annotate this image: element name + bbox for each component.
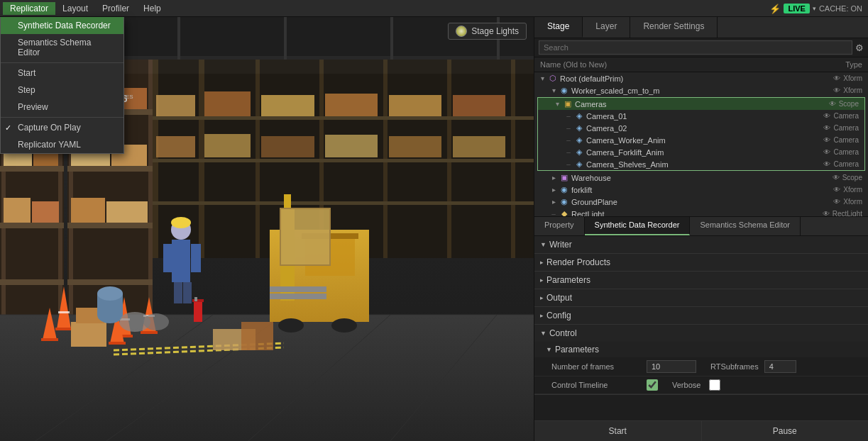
search-bar: ⚙ [534,38,868,57]
tree-eye-worker[interactable]: 👁 [833,86,843,94]
tree-icon-rectlight: ◆ [559,209,570,216]
svg-rect-53 [261,95,314,116]
filter-icon[interactable]: ⚙ [855,43,864,53]
tree-item-camera02[interactable]: – ◈ Camera_02 👁 Camera [538,122,864,134]
tab-semantics-schema-editor[interactable]: Semantics Schema Editor [690,217,801,235]
menu-layout[interactable]: Layout [55,2,95,15]
tree-icon-camera-shelves: ◈ [573,160,585,169]
dropdown-replicator-yaml[interactable]: Replicator YAML [1,136,123,153]
tree-item-forklift[interactable]: ▸ ◉ forklift 👁 Xform [534,184,868,196]
tree-expand-camera01[interactable]: – [564,112,573,120]
top-tabs: Stage Layer Render Settings [534,17,868,38]
start-button[interactable]: Start [534,421,702,441]
tree-expand-warehouse[interactable]: ▸ [549,174,559,182]
writer-title: Writer [549,240,572,250]
prop-section-header-parameters[interactable]: ▸ Parameters [534,272,868,289]
tree-expand-worker[interactable]: ▾ [549,86,559,94]
dropdown-start[interactable]: Start [1,65,123,82]
tree-item-groundplane[interactable]: ▸ ◉ GroundPlane 👁 Xform [534,196,868,208]
tree-eye-camera01[interactable]: 👁 [823,112,833,120]
prop-section-header-render-products[interactable]: ▸ Render Products [534,254,868,271]
tab-render-settings[interactable]: Render Settings [630,17,718,38]
svg-rect-51 [156,95,195,116]
prop-section-header-output[interactable]: ▸ Output [534,289,868,306]
tree-item-cameras[interactable]: ▾ ▣ Cameras 👁 Scope [538,98,864,110]
tree-item-camera01[interactable]: – ◈ Camera_01 👁 Camera [538,110,864,122]
tree-label-groundplane: GroundPlane [570,198,833,206]
tree-eye-rectlight[interactable]: 👁 [823,210,833,216]
tree-expand-cameras[interactable]: ▾ [552,100,562,108]
tree-expand-camera-worker[interactable]: – [564,136,573,144]
tree-expand-camera-shelves[interactable]: – [564,160,573,168]
tree-icon-root: ⬡ [547,74,559,83]
svg-rect-48 [153,116,534,120]
dropdown-divider-2 [1,117,123,118]
tree-header: Name (Old to New) Type [534,57,868,72]
tree-item-rectlight[interactable]: – ◆ RectLight 👁 RectLight [534,208,868,216]
prop-section-writer: ▼ Writer [534,236,868,254]
scene-tree[interactable]: Name (Old to New) Type ▾ ⬡ Root (default… [534,57,868,216]
control-params-subheader[interactable]: ▼ Parameters [534,342,868,357]
dropdown-preview[interactable]: Preview [1,99,123,116]
prop-section-header-config[interactable]: ▸ Config [534,307,868,324]
dropdown-label: Preview [18,102,48,112]
tree-eye-cameras[interactable]: 👁 [829,100,839,108]
menu-replicator[interactable]: Replicator [3,2,55,15]
prop-section-header-control[interactable]: ▼ Control [534,325,868,342]
menu-profiler[interactable]: Profiler [95,2,136,15]
svg-rect-56 [453,95,505,116]
svg-rect-55 [389,95,441,116]
control-timeline-checkbox[interactable] [647,379,658,391]
menu-help[interactable]: Help [136,2,168,15]
svg-rect-13 [0,223,64,228]
tree-eye-camera-worker[interactable]: 👁 [823,136,833,144]
tree-eye-camera-shelves[interactable]: 👁 [823,160,833,168]
dropdown-label: Synthetic Data Recorder [18,21,111,30]
rtsubframes-input[interactable] [764,360,796,373]
tree-eye-root[interactable]: 👁 [833,74,843,82]
svg-rect-82 [163,244,173,272]
replicator-dropdown: Synthetic Data Recorder Semantics Schema… [0,17,124,154]
tree-eye-camera-forklift[interactable]: 👁 [823,148,833,156]
tree-expand-camera-forklift[interactable]: – [564,148,573,156]
tree-item-worker[interactable]: ▾ ◉ Worker_scaled_cm_to_m 👁 Xform [534,84,868,96]
dropdown-step[interactable]: Step [1,82,123,99]
prop-section-header-writer[interactable]: ▼ Writer [534,236,868,253]
tree-item-root[interactable]: ▾ ⬡ Root (defaultPrim) 👁 Xform [534,72,868,84]
dropdown-semantics-schema-editor[interactable]: Semantics Schema Editor [1,34,123,61]
tab-synthetic-data-recorder[interactable]: Synthetic Data Recorder [585,217,691,235]
verbose-checkbox[interactable] [709,379,720,391]
live-dropdown-arrow[interactable]: ▾ [813,5,816,12]
tree-item-camera-worker[interactable]: – ◈ Camera_Worker_Anim 👁 Camera [538,134,864,146]
prop-section-render-products: ▸ Render Products [534,254,868,272]
svg-rect-73 [270,294,326,299]
tree-eye-warehouse[interactable]: 👁 [833,174,842,182]
tree-eye-camera02[interactable]: 👁 [823,124,833,132]
live-badge[interactable]: LIVE [784,4,809,13]
tree-expand-rectlight[interactable]: – [549,210,559,216]
dropdown-synthetic-data-recorder[interactable]: Synthetic Data Recorder [1,17,123,34]
tree-expand-camera02[interactable]: – [564,124,573,132]
tree-item-camera-forklift[interactable]: – ◈ Camera_Forklift_Anim 👁 Camera [538,146,864,158]
tab-property[interactable]: Property [534,217,585,235]
tree-expand-forklift[interactable]: ▸ [549,186,559,194]
search-input[interactable] [539,40,852,55]
tree-expand-root[interactable]: ▾ [537,74,547,82]
tree-expand-groundplane[interactable]: ▸ [549,198,559,206]
stage-lights-button[interactable]: Stage Lights [448,23,527,40]
check-mark-icon: ✓ [5,123,11,133]
tree-item-warehouse[interactable]: ▸ ▣ Warehouse 👁 Scope [534,172,868,184]
tab-stage[interactable]: Stage [534,17,583,38]
svg-rect-88 [55,328,72,330]
tree-item-camera-shelves[interactable]: – ◈ Camera_Shelves_Anim 👁 Camera [538,158,864,170]
num-frames-input[interactable] [647,360,696,373]
dropdown-capture-on-play[interactable]: ✓ Capture On Play [1,119,123,136]
tree-eye-groundplane[interactable]: 👁 [833,198,843,206]
tab-layer[interactable]: Layer [583,17,630,38]
svg-rect-83 [191,244,201,272]
svg-rect-5 [284,17,287,60]
tree-eye-forklift[interactable]: 👁 [833,186,843,194]
pause-button[interactable]: Pause [702,421,869,441]
tree-label-warehouse: Warehouse [570,174,833,182]
status-bar: ⚡ LIVE ▾ CACHE: ON [769,0,868,17]
